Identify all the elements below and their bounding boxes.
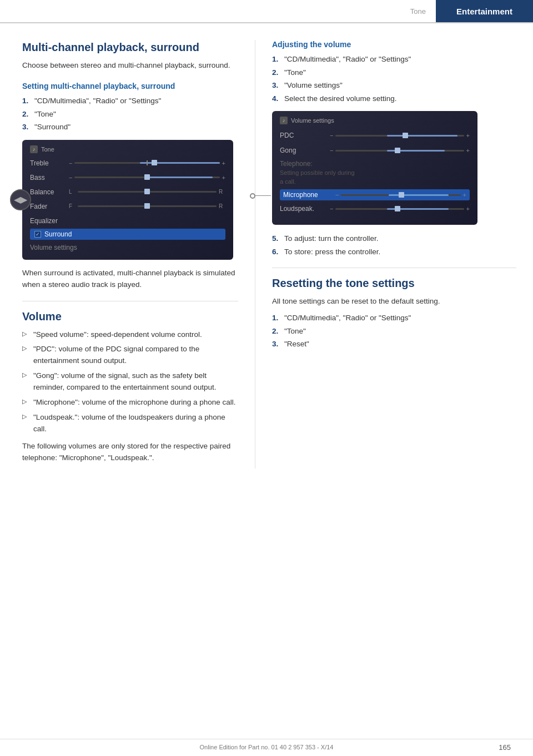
adjusting-steps-list: 1. "CD/Multimedia", "Radio" or "Settings… (272, 53, 516, 104)
equalizer-row: Equalizer (30, 215, 225, 226)
right-column: Adjusting the volume 1. "CD/Multimedia",… (255, 40, 533, 468)
microphone-row[interactable]: Microphone − + (280, 189, 470, 200)
fader-label: Fader (30, 203, 69, 210)
equalizer-label: Equalizer (30, 217, 69, 225)
volume-settings-label: Volume settings (30, 244, 77, 251)
tone-screen: ◀▶ ♪ Tone Treble − (22, 140, 233, 260)
volume-screen: ♪ Volume settings PDC − + (272, 111, 477, 225)
surround-step-2: 2. "Tone" (22, 108, 238, 120)
multichannel-intro: Choose between stereo and multi-channel … (22, 60, 238, 72)
treble-row: Treble − + (30, 158, 225, 169)
vol-pointer (250, 193, 271, 199)
telephone-label: Telephone: (280, 160, 470, 168)
surround-checkbox[interactable]: ✓ (34, 231, 41, 238)
loudspeak-slider[interactable] (335, 208, 464, 210)
balance-slider[interactable] (78, 191, 217, 193)
tone-screen-title: ♪ Tone (30, 145, 225, 153)
balance-label: Balance (30, 188, 69, 196)
volume-bullet-4: "Microphone": volume of the microphone d… (22, 397, 238, 409)
reset-intro: All tone settings can be reset to the de… (272, 296, 516, 308)
pdc-slider[interactable] (335, 135, 464, 137)
treble-slider[interactable] (74, 162, 219, 164)
reset-step-3: 3. "Reset" (272, 338, 516, 350)
adjusting-step-2: 2. "Tone" (272, 67, 516, 79)
main-content: Multi-channel playback, surround Choose … (0, 23, 533, 468)
tone-icon: ♪ (30, 145, 38, 153)
balance-row: Balance L R (30, 187, 225, 198)
bass-label: Bass (30, 174, 69, 182)
telephone-section: Telephone: Setting possible only duringa… (280, 160, 470, 186)
tone-screen-wrapper: ◀▶ ♪ Tone Treble − (22, 140, 238, 260)
gong-label: Gong (280, 147, 330, 154)
reset-steps-list: 1. "CD/Multimedia", "Radio" or "Settings… (272, 312, 516, 350)
treble-label: Treble (30, 159, 69, 167)
vol-screen-icon: ♪ (280, 117, 288, 124)
volume-screen-wrapper: ♪ Volume settings PDC − + (272, 111, 516, 225)
microphone-label: Microphone (283, 191, 333, 199)
surround-label: Surround (44, 230, 72, 238)
header-entertainment-label: Entertainment (436, 0, 533, 22)
section-divider (22, 301, 238, 301)
adjust-store-steps: 5. To adjust: turn the controller. 6. To… (272, 233, 516, 258)
volume-footer-text: The following volumes are only stored fo… (22, 441, 238, 464)
adjusting-step-3: 3. "Volume settings" (272, 79, 516, 92)
header-tone-label: Tone (400, 7, 436, 16)
bass-slider[interactable] (74, 177, 219, 178)
adjusting-volume-title: Adjusting the volume (272, 40, 516, 49)
reset-step-2: 2. "Tone" (272, 325, 516, 337)
adjusting-step-1: 1. "CD/Multimedia", "Radio" or "Settings… (272, 53, 516, 65)
surround-row[interactable]: ✓ Surround (30, 229, 225, 240)
page-header: Tone Entertainment (0, 0, 533, 23)
gong-row: Gong − + (280, 145, 470, 156)
microphone-slider[interactable] (341, 194, 460, 196)
loudspeak-label: Loudspeak. (280, 205, 330, 213)
loudspeak-row: Loudspeak. − + (280, 203, 470, 214)
volume-bullet-5: "Loudspeak.": volume of the loudspeakers… (22, 412, 238, 435)
fader-slider[interactable] (78, 205, 217, 207)
volume-title: Volume (22, 309, 238, 324)
surround-steps-list: 1. "CD/Multimedia", "Radio" or "Settings… (22, 95, 238, 133)
setting-surround-title: Setting multi-channel playback, surround (22, 82, 238, 90)
volume-bullet-2: "PDC": volume of the PDC signal compared… (22, 344, 238, 367)
footer-text: Online Edition for Part no. 01 40 2 957 … (200, 744, 334, 750)
controller-button[interactable]: ◀▶ (10, 189, 31, 210)
gong-slider[interactable] (335, 150, 464, 152)
telephone-sub: Setting possible only duringa call. (280, 169, 470, 186)
pdc-row: PDC − + (280, 130, 470, 141)
multichannel-title: Multi-channel playback, surround (22, 40, 238, 54)
surround-after-text: When surround is activated, multi-channe… (22, 268, 238, 291)
volume-bullets: "Speed volume": speed-dependent volume c… (22, 329, 238, 435)
adjust-step-6: 6. To store: press the controller. (272, 246, 516, 258)
volume-bullet-1: "Speed volume": speed-dependent volume c… (22, 329, 238, 341)
left-column: Multi-channel playback, surround Choose … (0, 40, 255, 468)
adjusting-step-4: 4. Select the desired volume setting. (272, 93, 516, 105)
page-footer: Online Edition for Part no. 01 40 2 957 … (0, 739, 533, 750)
surround-step-3: 3. "Surround" (22, 121, 238, 133)
volume-settings-row: Volume settings (30, 242, 225, 253)
reset-title: Resetting the tone settings (272, 276, 516, 290)
fader-row: Fader F R (30, 201, 225, 212)
volume-bullet-3: "Gong": volume of the signal, such as th… (22, 370, 238, 394)
volume-screen-title: ♪ Volume settings (280, 117, 470, 124)
surround-step-1: 1. "CD/Multimedia", "Radio" or "Settings… (22, 95, 238, 107)
right-divider (272, 268, 516, 268)
pdc-label: PDC (280, 132, 330, 139)
reset-step-1: 1. "CD/Multimedia", "Radio" or "Settings… (272, 312, 516, 324)
page-number: 165 (499, 743, 511, 752)
bass-row: Bass − + (30, 172, 225, 183)
adjust-step-5: 5. To adjust: turn the controller. (272, 233, 516, 245)
